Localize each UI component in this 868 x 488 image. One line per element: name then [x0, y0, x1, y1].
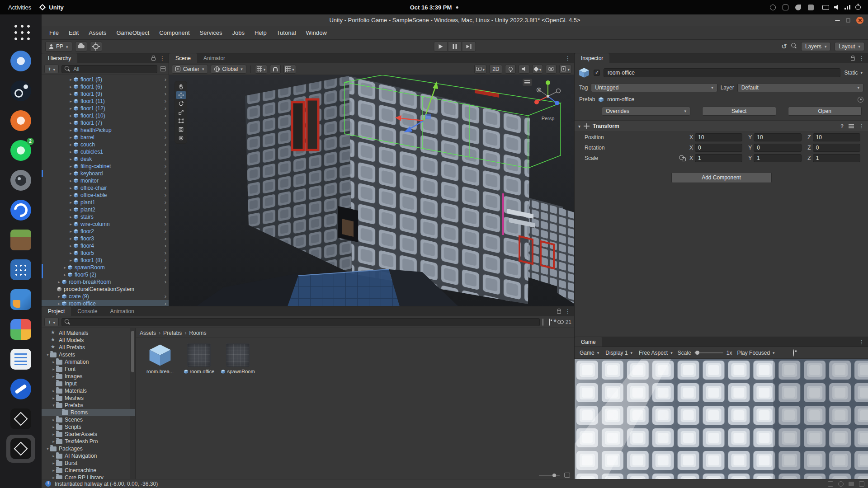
dock-app[interactable]: [6, 107, 35, 135]
minimize-button[interactable]: [835, 20, 840, 21]
thumbnail-size-slider[interactable]: [539, 475, 560, 476]
hierarchy-item[interactable]: healthPickup: [42, 127, 169, 134]
prefab-open-arrow[interactable]: [165, 134, 166, 141]
layout-dropdown[interactable]: Layout: [835, 42, 864, 51]
z-value-field[interactable]: 0: [813, 144, 860, 152]
clock-button[interactable]: Oct 16 3:39 PM: [410, 4, 458, 11]
expand-arrow-icon[interactable]: [68, 77, 73, 82]
active-checkbox[interactable]: [594, 70, 600, 76]
hierarchy-item[interactable]: floor1 (12): [42, 105, 169, 112]
play-button[interactable]: [434, 42, 448, 52]
kebab-menu-icon[interactable]: [160, 55, 165, 61]
hierarchy-item[interactable]: monitor: [42, 177, 169, 184]
breadcrumb-item[interactable]: Prefabs: [156, 330, 182, 336]
expand-arrow-icon[interactable]: [57, 301, 61, 306]
prefab-open-arrow[interactable]: [165, 148, 166, 155]
folder-tree-item[interactable]: Input: [42, 380, 135, 387]
scene-view-tab[interactable]: Scene: [169, 53, 197, 63]
folder-tree-item[interactable]: Cinemachine: [42, 467, 135, 474]
expand-arrow-icon[interactable]: [51, 461, 56, 465]
prefab-open-arrow[interactable]: [165, 119, 166, 127]
dock-app[interactable]: [6, 345, 35, 373]
scale-tool[interactable]: [176, 108, 186, 116]
aspect-ratio-dropdown[interactable]: Free Aspect: [637, 350, 674, 356]
prefab-select-button[interactable]: Select: [702, 107, 776, 116]
scene-viewport[interactable]: X Persp: [169, 75, 574, 306]
snap-toggle-button[interactable]: [270, 65, 281, 74]
expand-arrow-icon[interactable]: [68, 135, 73, 140]
menu-item[interactable]: Tutorial: [272, 26, 301, 39]
console-activity-icon[interactable]: [828, 481, 833, 487]
folder-tree-item[interactable]: All Models: [42, 337, 135, 344]
prefab-open-arrow[interactable]: [165, 228, 166, 235]
menu-item[interactable]: Jobs: [227, 26, 249, 39]
hierarchy-item[interactable]: floor1 (9): [42, 90, 169, 98]
expand-arrow-icon[interactable]: [51, 425, 56, 429]
folder-tree-item[interactable]: All Prefabs: [42, 344, 135, 351]
prefab-open-arrow[interactable]: [165, 170, 166, 177]
folder-tree-item[interactable]: Meshes: [42, 394, 135, 402]
expand-arrow-icon[interactable]: [68, 193, 73, 197]
expand-arrow-icon[interactable]: [51, 403, 56, 408]
scene-picker-icon[interactable]: [160, 66, 166, 71]
x-value-field[interactable]: 10: [695, 133, 742, 141]
folder-tree-item[interactable]: AI Navigation: [42, 452, 135, 460]
tray-indicator-icon[interactable]: [808, 5, 814, 10]
lock-icon[interactable]: [151, 57, 156, 61]
move-tool[interactable]: [176, 91, 186, 99]
toggle-2d-button[interactable]: 2D: [489, 65, 502, 74]
maximize-button[interactable]: [846, 18, 850, 23]
create-asset-button[interactable]: +: [44, 318, 59, 326]
kebab-menu-icon[interactable]: [859, 55, 864, 61]
hierarchy-item[interactable]: room-breakRoom: [42, 278, 169, 286]
lock-icon[interactable]: [557, 310, 561, 314]
expand-arrow-icon[interactable]: [62, 272, 67, 277]
dock-app[interactable]: [6, 166, 35, 194]
scale-slider[interactable]: [694, 352, 723, 353]
y-value-field[interactable]: 0: [754, 144, 801, 152]
prefab-open-arrow[interactable]: [165, 105, 166, 112]
project-search-input[interactable]: [61, 318, 540, 326]
select-target-icon[interactable]: [858, 97, 863, 103]
lock-icon[interactable]: [851, 57, 855, 61]
hierarchy-item[interactable]: floor1 (10): [42, 112, 169, 119]
expand-arrow-icon[interactable]: [68, 229, 73, 234]
expand-arrow-icon[interactable]: [68, 244, 73, 248]
expand-arrow-icon[interactable]: [68, 92, 73, 96]
kebab-menu-icon[interactable]: [565, 308, 571, 314]
prefab-open-arrow[interactable]: [165, 249, 166, 257]
prefab-open-arrow[interactable]: [165, 213, 166, 221]
folder-tree-item[interactable]: Scripts: [42, 423, 135, 431]
step-button[interactable]: [462, 42, 476, 52]
expand-arrow-icon[interactable]: [51, 396, 56, 400]
scene-view-tab[interactable]: Animator: [197, 53, 231, 63]
expand-arrow-icon[interactable]: [45, 446, 50, 451]
asset-store-icon[interactable]: [564, 473, 570, 478]
focused-app-menu[interactable]: Unity: [40, 4, 64, 11]
expand-arrow-icon[interactable]: [68, 200, 73, 205]
code-coverage-icon[interactable]: [859, 481, 864, 487]
prefab-open-arrow[interactable]: [165, 112, 166, 119]
project-tab[interactable]: Animation: [104, 306, 140, 316]
undo-history-button[interactable]: [781, 42, 787, 51]
prefab-open-button[interactable]: Open: [788, 107, 862, 116]
expand-arrow-icon[interactable]: [68, 113, 73, 118]
expand-arrow-icon[interactable]: [51, 432, 56, 436]
search-button[interactable]: [791, 43, 797, 50]
link-scale-icon[interactable]: [679, 155, 686, 161]
hierarchy-item[interactable]: stairs: [42, 213, 169, 221]
scene-lighting-toggle[interactable]: [505, 65, 516, 74]
pause-button[interactable]: [448, 42, 462, 52]
expand-arrow-icon[interactable]: [68, 222, 73, 226]
hierarchy-item[interactable]: room-office: [42, 300, 169, 306]
expand-arrow-icon[interactable]: [51, 475, 56, 479]
folder-tree-item[interactable]: Scenes: [42, 416, 135, 423]
prefab-open-arrow[interactable]: [165, 221, 166, 228]
scene-audio-toggle[interactable]: [519, 65, 529, 74]
tool-handle-pivot-dropdown[interactable]: Center: [172, 65, 208, 74]
gameobject-name-field[interactable]: room-office: [604, 68, 840, 77]
expand-arrow-icon[interactable]: [45, 352, 50, 357]
hidden-packages-toggle[interactable]: 21: [557, 319, 571, 325]
expand-arrow-icon[interactable]: [51, 360, 56, 364]
menu-item[interactable]: Window: [301, 26, 332, 39]
